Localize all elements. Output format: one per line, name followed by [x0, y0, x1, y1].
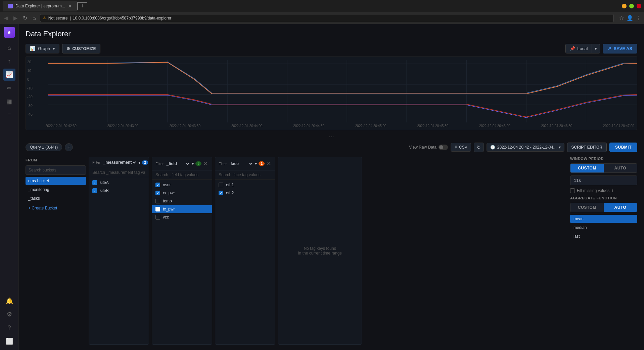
sidebar-item-home[interactable]: ⌂: [3, 42, 15, 54]
filter-iface-close-btn[interactable]: ✕: [266, 160, 272, 167]
bucket-item-ems[interactable]: ems-bucket: [26, 177, 86, 185]
filter-measurement-select[interactable]: _measurement: [102, 160, 137, 165]
x-label-10: 2022-12-04 20:47:00: [603, 124, 634, 128]
sidebar-item-tasks[interactable]: ≡: [3, 109, 15, 121]
field-tx-pwr[interactable]: tx_pwr: [152, 205, 212, 213]
agg-auto-btn[interactable]: AUTO: [604, 203, 637, 212]
bucket-item-monitoring[interactable]: _monitoring: [26, 186, 86, 194]
x-label-5: 2022-12-04 20:44:30: [293, 124, 324, 128]
refresh-btn[interactable]: ↻: [21, 13, 29, 23]
new-tab-btn[interactable]: +: [77, 2, 88, 10]
nav-icons: ☆ 👤 ⋮: [619, 15, 641, 21]
bookmark-btn[interactable]: ☆: [619, 15, 624, 21]
view-raw-label: View Raw Data: [409, 145, 436, 150]
csv-btn[interactable]: ⬇ CSV: [451, 143, 471, 152]
measurement-search-input[interactable]: [89, 168, 149, 177]
resize-handle[interactable]: [26, 133, 637, 141]
sidebar-item-help[interactable]: ?: [3, 322, 15, 334]
period-input[interactable]: [570, 176, 637, 185]
measurement-siteB[interactable]: ✓ siteB: [89, 187, 149, 195]
iface-eth1[interactable]: eth1: [215, 181, 275, 189]
maximize-btn[interactable]: [629, 4, 634, 8]
filter-field-select[interactable]: _field: [165, 161, 190, 166]
fill-missing-checkbox[interactable]: [570, 188, 575, 193]
tx-pwr-checkbox[interactable]: [155, 207, 160, 211]
security-label: Not secure: [48, 16, 68, 21]
time-range-btn[interactable]: 🕐 2022-12-04 20:42 - 2022-12-04... ▾: [487, 143, 564, 152]
y-label-neg20: -20: [27, 95, 41, 99]
graph-dropdown-btn[interactable]: 📊 Graph ▾: [26, 44, 59, 53]
agg-median[interactable]: median: [570, 224, 637, 232]
view-raw-switch[interactable]: [439, 145, 448, 150]
agg-custom-btn[interactable]: CUSTOM: [570, 203, 604, 212]
eth1-checkbox[interactable]: [219, 183, 223, 187]
filter-measurement-panel: Filter _measurement ▾ 2 ✓ siteA: [89, 157, 149, 345]
address-bar[interactable]: ⚠ Not secure | 10.0.0.100:8086/orgs/3fcb…: [40, 14, 614, 22]
tab-close-btn[interactable]: ✕: [68, 3, 72, 9]
local-btn[interactable]: 📌 Local: [565, 44, 592, 53]
y-label-neg40: -40: [27, 112, 41, 116]
sidebar-logo: e: [4, 27, 15, 38]
iface-search-input[interactable]: [215, 170, 275, 180]
rx-pwr-checkbox[interactable]: ✓: [155, 191, 160, 195]
browser-chrome: Data Explorer | eeprom-m... ✕ + ◀ ▶ ↻ ⌂ …: [0, 0, 644, 24]
chart-svg: [26, 56, 637, 130]
filter-field-close-btn[interactable]: ✕: [203, 160, 209, 167]
osnr-checkbox[interactable]: ✓: [155, 183, 160, 187]
sidebar-item-explorer[interactable]: 📈: [3, 69, 15, 81]
sidebar-item-terminal[interactable]: ⬜: [3, 335, 15, 347]
y-label-10: 10: [27, 69, 41, 73]
query-tag[interactable]: Query 1 (0.44s): [26, 143, 62, 151]
data-area: FROM ems-bucket _monitoring _tasks: [26, 157, 637, 345]
vcc-checkbox[interactable]: [155, 215, 160, 220]
window-period-toggle: CUSTOM AUTO: [570, 163, 637, 173]
save-icon: ↗: [608, 46, 611, 51]
iface-items: eth1 ✓ eth2: [215, 180, 275, 198]
sidebar-item-alerts[interactable]: 🔔: [3, 295, 15, 307]
save-as-btn[interactable]: ↗ SAVE AS: [603, 44, 637, 53]
sidebar-item-dashboards[interactable]: ▦: [3, 95, 15, 108]
home-btn[interactable]: ⌂: [31, 14, 37, 23]
toolbar: 📊 Graph ▾ ⚙ CUSTOMIZE 📌 Local ▾: [26, 44, 637, 53]
sidebar-item-settings[interactable]: ⚙: [3, 308, 15, 320]
measurement-siteA[interactable]: ✓ siteA: [89, 179, 149, 187]
menu-btn[interactable]: ⋮: [636, 15, 641, 21]
agg-mean[interactable]: mean: [570, 215, 637, 223]
field-vcc[interactable]: vcc: [152, 213, 212, 221]
local-dropdown-btn[interactable]: ▾: [592, 44, 600, 53]
fill-missing-info-icon[interactable]: ℹ: [611, 188, 613, 193]
sidebar-item-notebooks[interactable]: ✏: [3, 82, 15, 94]
query-label: Query 1 (0.44s): [30, 145, 58, 150]
minimize-btn[interactable]: [622, 4, 627, 8]
forward-btn[interactable]: ▶: [12, 13, 19, 23]
window-auto-btn[interactable]: AUTO: [604, 164, 637, 172]
filter-iface-select[interactable]: iface: [228, 161, 254, 166]
profile-btn[interactable]: 👤: [627, 15, 633, 21]
bucket-search-input[interactable]: [26, 165, 86, 175]
x-label-4: 2022-12-04 20:44:00: [231, 124, 263, 128]
field-temp[interactable]: temp: [152, 197, 212, 205]
active-tab[interactable]: Data Explorer | eeprom-m... ✕: [3, 1, 77, 11]
eth2-checkbox[interactable]: ✓: [219, 191, 223, 195]
field-search-input[interactable]: [152, 170, 212, 180]
script-editor-btn[interactable]: SCRIPT EDITOR: [567, 143, 607, 152]
agg-last[interactable]: last: [570, 232, 637, 240]
add-query-btn[interactable]: +: [65, 143, 73, 151]
close-btn[interactable]: [637, 4, 641, 8]
bucket-tasks-label: _tasks: [28, 196, 40, 201]
siteB-checkbox[interactable]: ✓: [92, 188, 97, 193]
field-osnr[interactable]: ✓ osnr: [152, 181, 212, 189]
siteA-checkbox[interactable]: ✓: [92, 180, 97, 185]
iface-eth2[interactable]: ✓ eth2: [215, 189, 275, 197]
create-bucket-btn[interactable]: + Create Bucket: [26, 204, 86, 212]
x-label-1: 2022-12-04 20:42:30: [45, 124, 77, 128]
back-btn[interactable]: ◀: [3, 13, 9, 23]
submit-btn[interactable]: SUBMIT: [609, 143, 637, 152]
bucket-item-tasks[interactable]: _tasks: [26, 194, 86, 202]
window-custom-btn[interactable]: CUSTOM: [570, 164, 604, 172]
customize-btn[interactable]: ⚙ CUSTOMIZE: [62, 44, 100, 53]
refresh-query-btn[interactable]: ↻: [474, 143, 484, 152]
temp-checkbox[interactable]: [155, 199, 160, 203]
field-rx-pwr[interactable]: ✓ rx_pwr: [152, 189, 212, 197]
sidebar-item-upload[interactable]: ↑: [3, 55, 15, 67]
